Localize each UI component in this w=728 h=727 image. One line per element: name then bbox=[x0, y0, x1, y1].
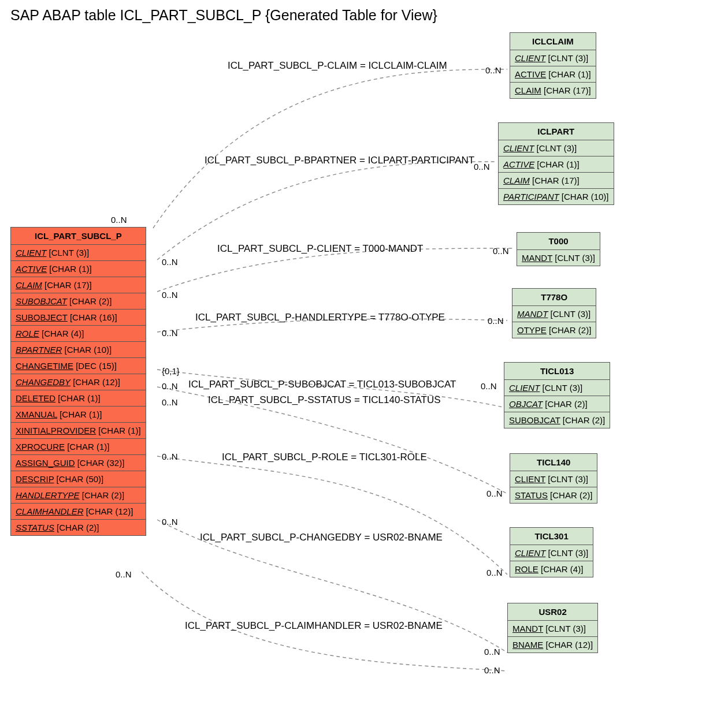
field-row: CLIENT [CLNT (3)] bbox=[11, 245, 146, 261]
table-t000: T000MANDT [CLNT (3)] bbox=[517, 232, 600, 266]
cardinality: 0..N bbox=[488, 316, 504, 326]
field-row: XMANUAL [CHAR (1)] bbox=[11, 407, 146, 423]
rel-label: ICL_PART_SUBCL_P-ROLE = TICL301-ROLE bbox=[222, 452, 427, 463]
table-header: USR02 bbox=[508, 603, 597, 621]
field-row: CLAIM [CHAR (17)] bbox=[499, 173, 614, 189]
cardinality: 0..N bbox=[162, 517, 178, 527]
field-row: MANDT [CLNT (3)] bbox=[508, 621, 597, 637]
table-header: T778O bbox=[512, 289, 596, 306]
field-row: CLIENT [CLNT (3)] bbox=[504, 380, 610, 396]
field-row: DESCRIP [CHAR (50)] bbox=[11, 471, 146, 487]
cardinality: 0..N bbox=[486, 568, 503, 577]
cardinality: 0..N bbox=[111, 215, 127, 225]
field-row: CHANGEDBY [CHAR (12)] bbox=[11, 374, 146, 390]
field-row: BNAME [CHAR (12)] bbox=[508, 637, 597, 653]
field-row: HANDLERTYPE [CHAR (2)] bbox=[11, 487, 146, 504]
field-row: CLAIM [CHAR (17)] bbox=[11, 277, 146, 293]
field-row: ROLE [CHAR (4)] bbox=[11, 326, 146, 342]
table-header: ICLCLAIM bbox=[510, 33, 596, 50]
table-header: TICL301 bbox=[510, 528, 593, 545]
table-t778o: T778OMANDT [CLNT (3)]OTYPE [CHAR (2)] bbox=[512, 288, 596, 338]
field-row: ROLE [CHAR (4)] bbox=[510, 561, 593, 577]
field-row: CLIENT [CLNT (3)] bbox=[510, 50, 596, 66]
field-row: PARTICIPANT [CHAR (10)] bbox=[499, 189, 614, 204]
table-icl-part-subcl-p: ICL_PART_SUBCL_P CLIENT [CLNT (3)]ACTIVE… bbox=[10, 227, 146, 536]
rel-label: ICL_PART_SUBCL_P-SSTATUS = TICL140-STATU… bbox=[208, 394, 441, 406]
field-row: ASSIGN_GUID [CHAR (32)] bbox=[11, 455, 146, 471]
cardinality: {0,1} bbox=[162, 366, 180, 376]
field-row: CLIENT [CLNT (3)] bbox=[510, 471, 597, 487]
cardinality: 0..N bbox=[481, 381, 497, 391]
field-row: CLAIMHANDLER [CHAR (12)] bbox=[11, 504, 146, 520]
field-row: OBJCAT [CHAR (2)] bbox=[504, 396, 610, 412]
cardinality: 0..N bbox=[162, 381, 178, 391]
field-row: CHANGETIME [DEC (15)] bbox=[11, 358, 146, 374]
cardinality: 0..N bbox=[162, 257, 178, 267]
cardinality: 0..N bbox=[493, 246, 509, 256]
rel-label: ICL_PART_SUBCL_P-BPARTNER = ICLPART-PART… bbox=[205, 155, 474, 166]
table-ticl301: TICL301CLIENT [CLNT (3)]ROLE [CHAR (4)] bbox=[510, 527, 593, 577]
field-row: ACTIVE [CHAR (1)] bbox=[510, 66, 596, 83]
rel-label: ICL_PART_SUBCL_P-CLAIM = ICLCLAIM-CLAIM bbox=[228, 60, 447, 72]
field-row: ACTIVE [CHAR (1)] bbox=[11, 261, 146, 277]
cardinality: 0..N bbox=[484, 647, 500, 657]
page-title: SAP ABAP table ICL_PART_SUBCL_P {Generat… bbox=[10, 7, 437, 24]
table-ticl013: TICL013CLIENT [CLNT (3)]OBJCAT [CHAR (2)… bbox=[504, 362, 610, 428]
table-iclpart: ICLPARTCLIENT [CLNT (3)]ACTIVE [CHAR (1)… bbox=[498, 122, 614, 205]
table-iclclaim: ICLCLAIMCLIENT [CLNT (3)]ACTIVE [CHAR (1… bbox=[510, 32, 596, 99]
rel-label: ICL_PART_SUBCL_P-SUBOBJCAT = TICL013-SUB… bbox=[188, 379, 456, 390]
field-row: SUBOBJCAT [CHAR (2)] bbox=[11, 293, 146, 310]
field-row: MANDT [CLNT (3)] bbox=[517, 250, 600, 266]
field-row: SUBOBJCAT [CHAR (2)] bbox=[504, 412, 610, 428]
cardinality: 0..N bbox=[162, 328, 178, 338]
field-row: MANDT [CLNT (3)] bbox=[512, 306, 596, 322]
cardinality: 0..N bbox=[162, 452, 178, 461]
cardinality: 0..N bbox=[474, 162, 490, 172]
cardinality: 0..N bbox=[485, 65, 502, 75]
table-usr02: USR02MANDT [CLNT (3)]BNAME [CHAR (12)] bbox=[507, 603, 598, 653]
field-row: XINITIALPROVIDER [CHAR (1)] bbox=[11, 423, 146, 439]
cardinality: 0..N bbox=[162, 290, 178, 300]
field-row: DELETED [CHAR (1)] bbox=[11, 390, 146, 407]
cardinality: 0..N bbox=[484, 665, 500, 675]
field-row: ACTIVE [CHAR (1)] bbox=[499, 156, 614, 173]
rel-label: ICL_PART_SUBCL_P-CHANGEDBY = USR02-BNAME bbox=[200, 532, 443, 543]
field-row: STATUS [CHAR (2)] bbox=[510, 487, 597, 503]
table-header: ICLPART bbox=[499, 123, 614, 140]
rel-label: ICL_PART_SUBCL_P-HANDLERTYPE = T778O-OTY… bbox=[195, 312, 445, 323]
table-header: ICL_PART_SUBCL_P bbox=[11, 228, 146, 245]
cardinality: 0..N bbox=[116, 569, 132, 579]
field-row: SUBOBJECT [CHAR (16)] bbox=[11, 310, 146, 326]
field-row: CLIENT [CLNT (3)] bbox=[499, 140, 614, 156]
field-row: OTYPE [CHAR (2)] bbox=[512, 322, 596, 338]
rel-label: ICL_PART_SUBCL_P-CLIENT = T000-MANDT bbox=[217, 243, 423, 255]
table-header: TICL140 bbox=[510, 454, 597, 471]
table-ticl140: TICL140CLIENT [CLNT (3)]STATUS [CHAR (2)… bbox=[510, 453, 597, 504]
rel-label: ICL_PART_SUBCL_P-CLAIMHANDLER = USR02-BN… bbox=[185, 620, 443, 632]
field-row: CLIENT [CLNT (3)] bbox=[510, 545, 593, 561]
field-row: SSTATUS [CHAR (2)] bbox=[11, 520, 146, 535]
field-row: BPARTNER [CHAR (10)] bbox=[11, 342, 146, 358]
field-row: XPROCURE [CHAR (1)] bbox=[11, 439, 146, 455]
cardinality: 0..N bbox=[486, 489, 503, 498]
table-header: T000 bbox=[517, 233, 600, 250]
cardinality: 0..N bbox=[162, 397, 178, 407]
field-row: CLAIM [CHAR (17)] bbox=[510, 83, 596, 98]
table-header: TICL013 bbox=[504, 363, 610, 380]
